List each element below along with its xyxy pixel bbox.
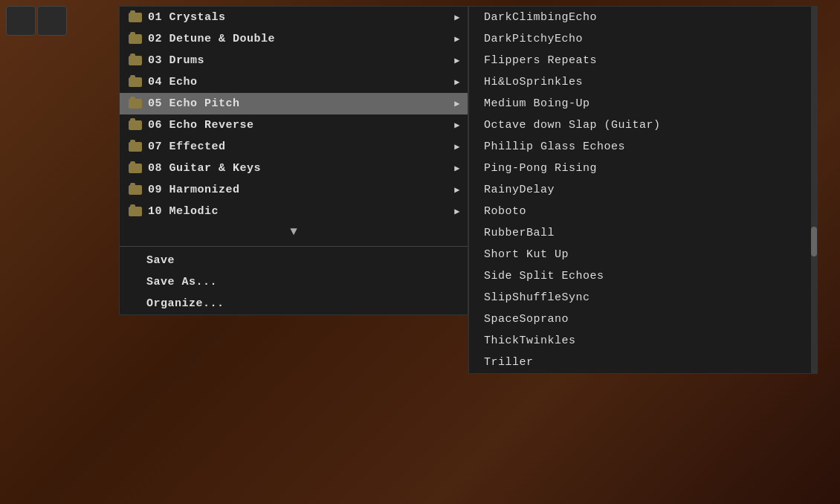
submenu-item-phillip-glass-echoes[interactable]: Phillip Glass Echoes bbox=[469, 136, 817, 158]
menu-item-01-crystals[interactable]: 01 Crystals▶ bbox=[120, 7, 468, 28]
submenu-item-flippers-repeats[interactable]: Flippers Repeats bbox=[469, 50, 817, 71]
folder-icon bbox=[129, 164, 142, 173]
submenu-item-label: Triller bbox=[481, 356, 534, 369]
action-item-organize[interactable]: Organize... bbox=[120, 293, 468, 314]
menu-item-09-harmonized[interactable]: 09 Harmonized▶ bbox=[120, 179, 468, 201]
menu-item-label: 04 Echo bbox=[148, 76, 198, 88]
submenu-item-octave-down-slap[interactable]: Octave down Slap (Guitar) bbox=[469, 114, 817, 136]
submenu-item-label: Flippers Repeats bbox=[481, 54, 597, 67]
submenu-item-label: Ping-Pong Rising bbox=[481, 162, 597, 175]
submenu-item-medium-boing-up[interactable]: Medium Boing-Up bbox=[469, 93, 817, 114]
submenu-item-short-kut-up[interactable]: Short Kut Up bbox=[469, 244, 817, 265]
menu-item-label: 10 Melodic bbox=[148, 205, 219, 218]
menu-item-label: 02 Detune & Double bbox=[148, 33, 275, 45]
submenu-item-label: SlipShuffleSync bbox=[481, 291, 590, 304]
folder-icon bbox=[129, 142, 142, 152]
menu-item-label: 03 Drums bbox=[148, 54, 204, 67]
menu-item-07-effected[interactable]: 07 Effected▶ bbox=[120, 136, 468, 158]
submenu-arrow-icon: ▶ bbox=[454, 55, 460, 66]
submenu-arrow-icon: ▶ bbox=[454, 184, 460, 196]
right-submenu: DarkClimbingEchoDarkPitchyEchoFlippers R… bbox=[468, 6, 818, 374]
menu-item-label: 08 Guitar & Keys bbox=[148, 162, 261, 175]
menu-item-label: 07 Effected bbox=[148, 140, 226, 153]
down-arrow-icon: ▼ bbox=[290, 225, 297, 239]
submenu-item-label: RubberBall bbox=[481, 227, 555, 239]
submenu-item-label: Phillip Glass Echoes bbox=[481, 140, 625, 153]
menu-item-label: 09 Harmonized bbox=[148, 184, 240, 196]
menu-item-label: 01 Crystals bbox=[148, 11, 226, 24]
submenu-item-dark-pitchy-echo[interactable]: DarkPitchyEcho bbox=[469, 28, 817, 50]
more-items-indicator: ▼ bbox=[120, 222, 468, 243]
submenu-item-label: ThickTwinkles bbox=[481, 335, 576, 347]
action-label: Save As... bbox=[132, 276, 217, 288]
action-label: Save bbox=[132, 254, 175, 267]
menu-item-label: 05 Echo Pitch bbox=[148, 97, 240, 110]
folder-icon bbox=[129, 56, 142, 65]
submenu-arrow-icon: ▶ bbox=[454, 120, 460, 131]
folder-icon bbox=[129, 120, 142, 130]
submenu-item-hi-lo-sprinkles[interactable]: Hi&LoSprinkles bbox=[469, 71, 817, 93]
submenu-item-label: SpaceSoprano bbox=[481, 313, 569, 326]
menu-item-04-echo[interactable]: 04 Echo▶ bbox=[120, 71, 468, 93]
submenu-item-label: Medium Boing-Up bbox=[481, 97, 590, 110]
action-item-save[interactable]: Save bbox=[120, 250, 468, 271]
submenu-item-space-soprano[interactable]: SpaceSoprano bbox=[469, 308, 817, 330]
submenu-item-label: Octave down Slap (Guitar) bbox=[481, 119, 661, 132]
folder-icon bbox=[129, 185, 142, 195]
submenu-item-dark-climbing-echo[interactable]: DarkClimbingEcho bbox=[469, 7, 817, 28]
submenu-item-ping-pong-rising[interactable]: Ping-Pong Rising bbox=[469, 158, 817, 179]
menu-item-02-detune[interactable]: 02 Detune & Double▶ bbox=[120, 28, 468, 50]
menu-item-label: 06 Echo Reverse bbox=[148, 119, 254, 132]
action-item-save-as[interactable]: Save As... bbox=[120, 271, 468, 293]
submenu-arrow-icon: ▶ bbox=[454, 141, 460, 152]
submenu-item-rubber-ball[interactable]: RubberBall bbox=[469, 222, 817, 244]
menu-item-10-melodic[interactable]: 10 Melodic▶ bbox=[120, 201, 468, 222]
submenu-item-slip-shuffle-sync[interactable]: SlipShuffleSync bbox=[469, 287, 817, 308]
menu-item-05-echo-pitch[interactable]: 05 Echo Pitch▶ bbox=[120, 93, 468, 114]
submenu-item-label: Hi&LoSprinkles bbox=[481, 76, 583, 88]
folder-icon bbox=[129, 99, 142, 109]
nav-buttons bbox=[6, 6, 67, 36]
submenu-item-label: Roboto bbox=[481, 205, 526, 218]
action-label: Organize... bbox=[132, 297, 224, 310]
menu-divider bbox=[120, 246, 468, 247]
submenu-item-label: Side Split Echoes bbox=[481, 270, 604, 282]
forward-button[interactable] bbox=[37, 6, 67, 36]
folder-icon bbox=[129, 34, 142, 44]
submenu-arrow-icon: ▶ bbox=[454, 163, 460, 174]
submenu-arrow-icon: ▶ bbox=[454, 206, 460, 217]
folder-icon bbox=[129, 77, 142, 87]
back-button[interactable] bbox=[6, 6, 36, 36]
submenu-item-roboto[interactable]: Roboto bbox=[469, 201, 817, 222]
submenu-item-label: DarkClimbingEcho bbox=[481, 11, 597, 24]
folder-icon bbox=[129, 13, 142, 22]
submenu-arrow-icon: ▶ bbox=[454, 98, 460, 109]
menu-item-08-guitar-keys[interactable]: 08 Guitar & Keys▶ bbox=[120, 158, 468, 179]
menu-item-06-echo-reverse[interactable]: 06 Echo Reverse▶ bbox=[120, 114, 468, 136]
submenu-arrow-icon: ▶ bbox=[454, 12, 460, 23]
submenu-arrow-icon: ▶ bbox=[454, 77, 460, 88]
menu-item-03-drums[interactable]: 03 Drums▶ bbox=[120, 50, 468, 71]
folder-icon bbox=[129, 207, 142, 216]
submenu-item-side-split-echoes[interactable]: Side Split Echoes bbox=[469, 265, 817, 287]
submenu-item-label: RainyDelay bbox=[481, 184, 555, 196]
submenu-arrow-icon: ▶ bbox=[454, 33, 460, 45]
submenu-item-rainy-delay[interactable]: RainyDelay bbox=[469, 179, 817, 201]
submenu-item-triller[interactable]: Triller bbox=[469, 352, 817, 373]
submenu-item-label: DarkPitchyEcho bbox=[481, 33, 583, 45]
submenu-item-label: Short Kut Up bbox=[481, 248, 569, 261]
left-menu: 01 Crystals▶02 Detune & Double▶03 Drums▶… bbox=[119, 6, 468, 315]
submenu-item-thick-twinkles[interactable]: ThickTwinkles bbox=[469, 330, 817, 352]
